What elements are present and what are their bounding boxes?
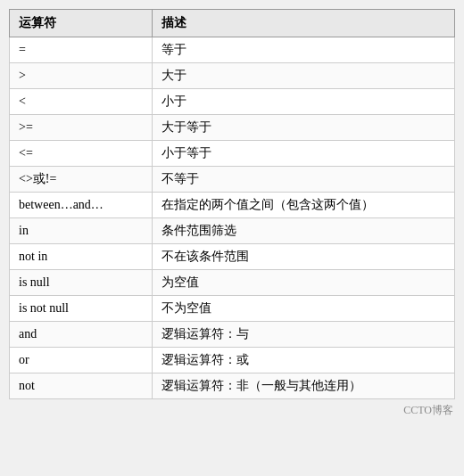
description-cell: 小于等于 <box>153 141 455 167</box>
table-row: is null为空值 <box>10 270 455 296</box>
table-row: not逻辑运算符：非（一般与其他连用） <box>10 373 455 399</box>
header-description: 描述 <box>153 10 455 37</box>
description-cell: 不等于 <box>153 167 455 193</box>
description-cell: 大于等于 <box>153 115 455 141</box>
operator-cell: in <box>10 218 153 244</box>
table-row: <小于 <box>10 89 455 115</box>
description-cell: 不为空值 <box>153 296 455 322</box>
operator-cell: < <box>10 89 153 115</box>
table-row: is not null不为空值 <box>10 296 455 322</box>
operator-cell: <= <box>10 141 153 167</box>
table-row: and逻辑运算符：与 <box>10 322 455 348</box>
header-operator: 运算符 <box>10 10 153 37</box>
operator-cell: = <box>10 37 153 63</box>
table-row: in条件范围筛选 <box>10 218 455 244</box>
table-row: <=小于等于 <box>10 141 455 167</box>
operator-cell: not <box>10 373 153 399</box>
footer-note: CCTO博客 <box>9 399 455 422</box>
table-row: or逻辑运算符：或 <box>10 348 455 373</box>
operator-cell: <>或!= <box>10 167 153 193</box>
operator-cell: is null <box>10 270 153 296</box>
description-cell: 不在该条件范围 <box>153 244 455 270</box>
description-cell: 逻辑运算符：与 <box>153 322 455 348</box>
table-row: <>或!=不等于 <box>10 167 455 193</box>
table-row: >=大于等于 <box>10 115 455 141</box>
description-cell: 在指定的两个值之间（包含这两个值） <box>153 193 455 218</box>
table-row: between…and…在指定的两个值之间（包含这两个值） <box>10 193 455 218</box>
operator-cell: and <box>10 322 153 348</box>
description-cell: 小于 <box>153 89 455 115</box>
operator-cell: >= <box>10 115 153 141</box>
table-header-row: 运算符 描述 <box>10 10 455 37</box>
description-cell: 条件范围筛选 <box>153 218 455 244</box>
table-row: =等于 <box>10 37 455 63</box>
description-cell: 为空值 <box>153 270 455 296</box>
table-row: not in不在该条件范围 <box>10 244 455 270</box>
description-cell: 大于 <box>153 63 455 89</box>
operator-cell: is not null <box>10 296 153 322</box>
operator-cell: between…and… <box>10 193 153 218</box>
operators-table: 运算符 描述 =等于>大于<小于>=大于等于<=小于等于<>或!=不等于betw… <box>9 9 455 399</box>
operator-cell: not in <box>10 244 153 270</box>
description-cell: 逻辑运算符：非（一般与其他连用） <box>153 373 455 399</box>
description-cell: 逻辑运算符：或 <box>153 348 455 373</box>
page-wrapper: 运算符 描述 =等于>大于<小于>=大于等于<=小于等于<>或!=不等于betw… <box>0 0 464 431</box>
table-row: >大于 <box>10 63 455 89</box>
operator-cell: > <box>10 63 153 89</box>
description-cell: 等于 <box>153 37 455 63</box>
operator-cell: or <box>10 348 153 373</box>
